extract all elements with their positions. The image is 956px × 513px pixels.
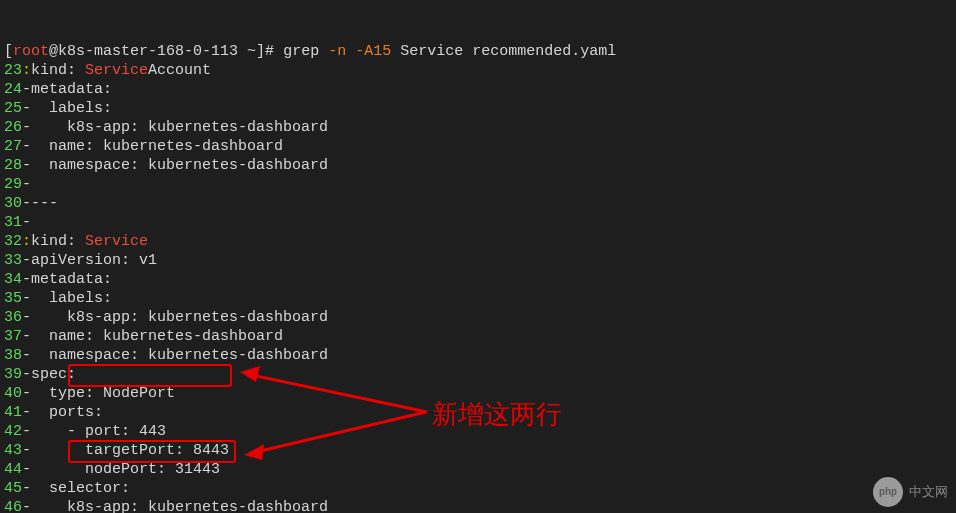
line-number: 45 xyxy=(4,480,22,497)
line-content: k8s-app: kubernetes-dashboard xyxy=(31,499,328,513)
line-content: metadata: xyxy=(31,81,112,98)
line-separator: - xyxy=(22,176,31,193)
output-line: 25- labels: xyxy=(4,99,952,118)
output-line: 34-metadata: xyxy=(4,270,952,289)
terminal-output[interactable]: [root@k8s-master-168-0-113 ~]# grep -n -… xyxy=(4,4,952,513)
watermark: php 中文网 xyxy=(873,477,948,507)
output-line: 39-spec: xyxy=(4,365,952,384)
output-line: 24-metadata: xyxy=(4,80,952,99)
line-content: nodePort: 31443 xyxy=(31,461,220,478)
line-number: 32 xyxy=(4,233,22,250)
line-content: targetPort: 8443 xyxy=(31,442,229,459)
output-line: 31- xyxy=(4,213,952,232)
output-line: 46- k8s-app: kubernetes-dashboard xyxy=(4,498,952,513)
line-separator: - xyxy=(22,100,31,117)
grep-match: Service xyxy=(85,233,148,250)
line-separator: - xyxy=(22,404,31,421)
line-number: 26 xyxy=(4,119,22,136)
line-content: apiVersion: v1 xyxy=(31,252,157,269)
line-content-post: Account xyxy=(148,62,211,79)
line-number: 25 xyxy=(4,100,22,117)
line-separator: - xyxy=(22,480,31,497)
output-line: 35- labels: xyxy=(4,289,952,308)
line-number: 44 xyxy=(4,461,22,478)
line-separator: - xyxy=(22,81,31,98)
line-content: k8s-app: kubernetes-dashboard xyxy=(31,309,328,326)
line-separator: - xyxy=(22,290,31,307)
line-content: namespace: kubernetes-dashboard xyxy=(31,157,328,174)
output-line: 27- name: kubernetes-dashboard xyxy=(4,137,952,156)
line-content: kind: xyxy=(31,62,85,79)
line-separator: - xyxy=(22,499,31,513)
line-number: 41 xyxy=(4,404,22,421)
command-flags: -n -A15 xyxy=(328,43,391,60)
command-args: Service recommended.yaml xyxy=(400,43,616,60)
line-separator: - xyxy=(22,195,31,212)
line-content: kind: xyxy=(31,233,85,250)
line-number: 37 xyxy=(4,328,22,345)
line-separator: : xyxy=(22,233,31,250)
line-number: 38 xyxy=(4,347,22,364)
line-separator: - xyxy=(22,461,31,478)
output-line: 23:kind: ServiceAccount xyxy=(4,61,952,80)
grep-match: Service xyxy=(85,62,148,79)
output-line: 37- name: kubernetes-dashboard xyxy=(4,327,952,346)
line-number: 34 xyxy=(4,271,22,288)
output-line: 33-apiVersion: v1 xyxy=(4,251,952,270)
line-separator: - xyxy=(22,119,31,136)
line-content: selector: xyxy=(31,480,130,497)
line-content: --- xyxy=(31,195,58,212)
watermark-badge: php xyxy=(873,477,903,507)
line-content: namespace: kubernetes-dashboard xyxy=(31,347,328,364)
line-content: name: kubernetes-dashboard xyxy=(31,328,283,345)
line-number: 30 xyxy=(4,195,22,212)
line-number: 40 xyxy=(4,385,22,402)
line-separator: : xyxy=(22,62,31,79)
output-line: 45- selector: xyxy=(4,479,952,498)
line-content: k8s-app: kubernetes-dashboard xyxy=(31,119,328,136)
line-separator: - xyxy=(22,423,31,440)
line-number: 43 xyxy=(4,442,22,459)
line-number: 28 xyxy=(4,157,22,174)
command-line: [root@k8s-master-168-0-113 ~]# grep -n -… xyxy=(4,42,952,61)
line-number: 42 xyxy=(4,423,22,440)
line-separator: - xyxy=(22,347,31,364)
line-number: 24 xyxy=(4,81,22,98)
line-content: name: kubernetes-dashboard xyxy=(31,138,283,155)
output-line: 38- namespace: kubernetes-dashboard xyxy=(4,346,952,365)
line-content: type: NodePort xyxy=(31,385,175,402)
line-content: ports: xyxy=(31,404,103,421)
line-separator: - xyxy=(22,138,31,155)
line-content: spec: xyxy=(31,366,76,383)
line-separator: - xyxy=(22,157,31,174)
output-line: 28- namespace: kubernetes-dashboard xyxy=(4,156,952,175)
line-number: 33 xyxy=(4,252,22,269)
line-content: labels: xyxy=(31,290,112,307)
output-line: 29- xyxy=(4,175,952,194)
line-separator: - xyxy=(22,328,31,345)
output-line: 44- nodePort: 31443 xyxy=(4,460,952,479)
line-number: 46 xyxy=(4,499,22,513)
output-line: 30---- xyxy=(4,194,952,213)
output-line: 26- k8s-app: kubernetes-dashboard xyxy=(4,118,952,137)
line-number: 23 xyxy=(4,62,22,79)
prompt-host: k8s-master-168-0-113 xyxy=(58,43,238,60)
line-number: 39 xyxy=(4,366,22,383)
prompt-user: root xyxy=(13,43,49,60)
line-number: 35 xyxy=(4,290,22,307)
line-number: 27 xyxy=(4,138,22,155)
command: grep xyxy=(283,43,319,60)
annotation-text: 新增这两行 xyxy=(432,397,562,432)
prompt-path: ~ xyxy=(247,43,256,60)
output-line: 43- targetPort: 8443 xyxy=(4,441,952,460)
line-separator: - xyxy=(22,214,31,231)
line-separator: - xyxy=(22,385,31,402)
line-number: 31 xyxy=(4,214,22,231)
output-line: 32:kind: Service xyxy=(4,232,952,251)
line-separator: - xyxy=(22,271,31,288)
line-separator: - xyxy=(22,309,31,326)
line-separator: - xyxy=(22,252,31,269)
line-separator: - xyxy=(22,442,31,459)
line-content: labels: xyxy=(31,100,112,117)
line-separator: - xyxy=(22,366,31,383)
